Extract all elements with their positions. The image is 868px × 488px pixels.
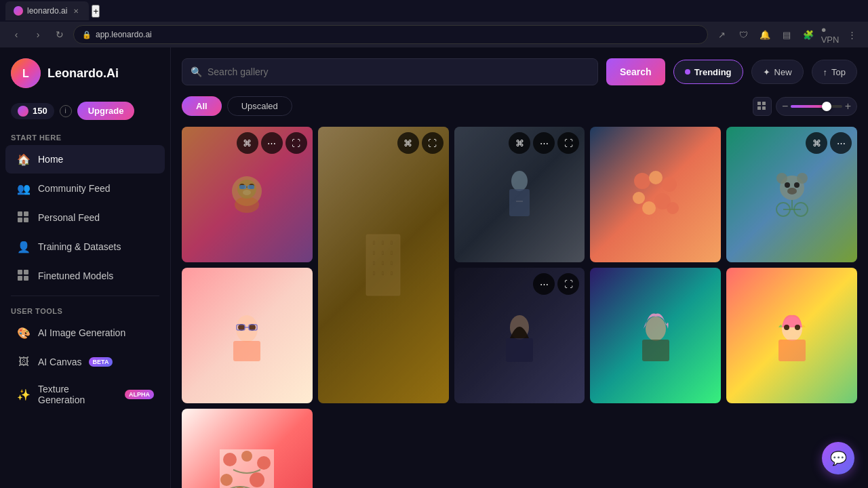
- gallery-action-more-5[interactable]: ⋯: [830, 132, 852, 154]
- grid-view-btn[interactable]: [753, 97, 772, 116]
- svg-rect-2: [18, 211, 22, 216]
- sidebar-item-finetuned[interactable]: Finetuned Models: [5, 262, 165, 290]
- gallery-action-cmd-10[interactable]: ⌘: [237, 414, 258, 436]
- user-tools-section: User Tools: [0, 302, 170, 318]
- sidebar-label-ai-canvas: AI Canvas: [38, 357, 82, 367]
- token-icon: [18, 106, 28, 117]
- refresh-btn[interactable]: ↻: [52, 26, 68, 43]
- alert-btn[interactable]: 🔔: [757, 26, 773, 43]
- home-icon: 🏠: [16, 152, 31, 167]
- gallery-action-expand-1[interactable]: ⛶: [285, 132, 307, 154]
- shield-btn[interactable]: 🛡: [735, 26, 751, 43]
- gallery-action-more-9[interactable]: ⋯: [806, 273, 827, 295]
- svg-text:L: L: [22, 68, 29, 79]
- sidebar-item-texture[interactable]: ✨ Texture Generation ALPHA: [5, 377, 165, 412]
- gallery-item-4[interactable]: ⌘ ⋯ ⛶: [590, 127, 721, 262]
- main-content: 🔍 Search Trending ✦ New ↑ Top All Upscal…: [171, 47, 868, 488]
- gallery-overlay-2: ⌘ ⛶: [318, 127, 449, 403]
- alpha-badge: ALPHA: [125, 390, 154, 399]
- gallery-action-more-10[interactable]: ⋯: [261, 414, 283, 436]
- svg-rect-3: [24, 211, 28, 216]
- gallery-item-3[interactable]: ⌘ ⋯ ⛶: [454, 127, 585, 262]
- token-display: 150: [11, 103, 54, 119]
- trending-button[interactable]: Trending: [673, 60, 743, 84]
- gallery-overlay-5: ⌘ ⋯: [726, 127, 857, 262]
- zoom-track: [791, 105, 842, 108]
- gallery-action-more-6[interactable]: ⋯: [261, 273, 283, 295]
- start-here-section: Start Here: [0, 128, 170, 144]
- gallery-action-expand-7[interactable]: ⛶: [557, 273, 579, 295]
- forward-btn[interactable]: ›: [30, 26, 46, 43]
- gallery-action-expand-2[interactable]: ⛶: [422, 132, 443, 154]
- svg-rect-6: [18, 270, 22, 274]
- gallery-action-cmd-9[interactable]: ⌘: [781, 273, 803, 295]
- gallery-action-cmd-4[interactable]: ⌘: [645, 132, 667, 154]
- gallery-item-8[interactable]: ⌘ ⋯ ⛶: [590, 268, 721, 403]
- gallery-action-cmd-8[interactable]: ⌘: [645, 273, 667, 295]
- tab-close-btn[interactable]: ✕: [71, 6, 81, 16]
- gallery-action-expand-4[interactable]: ⛶: [694, 132, 715, 154]
- new-tab-btn[interactable]: +: [92, 5, 100, 18]
- gallery-overlay-7: ⋯ ⛶: [454, 268, 585, 403]
- zoom-thumb[interactable]: [822, 102, 831, 111]
- gallery-item-2[interactable]: 𓀀 𓂀 𓃒 𓄿 𓅓 𓆑 𓇋 𓈖 𓉔 𓊃 𓋴 𓌙: [318, 127, 449, 403]
- gallery-action-expand-6[interactable]: ⛶: [285, 273, 307, 295]
- sidebar-label-ai-image: AI Image Generation: [38, 327, 125, 338]
- gallery-action-expand-3[interactable]: ⛶: [557, 132, 579, 154]
- sidebar-divider: [11, 296, 159, 296]
- new-button[interactable]: ✦ New: [751, 60, 804, 84]
- back-btn[interactable]: ‹: [8, 26, 24, 43]
- filter-all[interactable]: All: [182, 96, 222, 116]
- gallery-action-cmd-5[interactable]: ⌘: [806, 132, 827, 154]
- gallery-item-7[interactable]: ⋯ ⛶: [454, 268, 585, 403]
- gallery-action-cmd-3[interactable]: ⌘: [509, 132, 530, 154]
- svg-rect-4: [18, 218, 22, 222]
- vpn-btn[interactable]: ● VPN: [822, 26, 838, 43]
- gallery-item-6[interactable]: ⌘ ⋯ ⛶: [182, 268, 313, 403]
- svg-rect-12: [757, 106, 761, 110]
- zoom-plus-btn[interactable]: +: [845, 100, 851, 113]
- gallery-item-5[interactable]: ⌘ ⋯: [726, 127, 857, 262]
- gallery-action-expand-9[interactable]: ⛶: [830, 273, 852, 295]
- address-bar[interactable]: 🔒 app.leonardo.ai: [73, 25, 708, 44]
- zoom-minus-btn[interactable]: −: [782, 100, 788, 113]
- gallery-item-1[interactable]: ⌘ ⋯ ⛶: [182, 127, 313, 262]
- menu-btn[interactable]: ⋮: [844, 26, 860, 43]
- gallery-action-more-8[interactable]: ⋯: [669, 273, 691, 295]
- sidebar-header: L Leonardo.Ai: [0, 47, 170, 96]
- sidebar-item-home[interactable]: 🏠 Home: [5, 145, 165, 174]
- svg-rect-5: [24, 218, 28, 222]
- sidebar-item-training[interactable]: 👤 Training & Datasets: [5, 232, 165, 261]
- zoom-slider[interactable]: − +: [776, 97, 857, 116]
- search-input[interactable]: [208, 66, 589, 77]
- sidebar-label-training: Training & Datasets: [38, 241, 121, 252]
- upgrade-button[interactable]: Upgrade: [77, 102, 135, 120]
- search-button[interactable]: Search: [606, 58, 665, 85]
- gallery-item-10[interactable]: ⌘ ⋯ ⛶: [182, 409, 313, 488]
- sidebar-item-personal-feed[interactable]: Personal Feed: [5, 203, 165, 232]
- share-btn[interactable]: ↗: [713, 26, 730, 43]
- token-info-btn[interactable]: i: [60, 105, 72, 117]
- gallery-action-more-3[interactable]: ⋯: [533, 132, 555, 154]
- sidebar-label-personal: Personal Feed: [38, 212, 100, 223]
- chat-bubble[interactable]: 💬: [822, 442, 854, 474]
- top-button[interactable]: ↑ Top: [812, 60, 857, 84]
- extensions-btn[interactable]: 🧩: [800, 26, 816, 43]
- ai-image-icon: 🎨: [16, 325, 31, 340]
- gallery-action-cmd-6[interactable]: ⌘: [237, 273, 258, 295]
- sidebar-item-community-feed[interactable]: 👥 Community Feed: [5, 174, 165, 203]
- gallery-action-more-4[interactable]: ⋯: [669, 132, 691, 154]
- sidebar-toggle-btn[interactable]: ▤: [778, 26, 795, 43]
- gallery-item-9[interactable]: ⌘ ⋯ ⛶: [726, 268, 857, 403]
- svg-rect-13: [762, 106, 766, 110]
- gallery-action-more-7[interactable]: ⋯: [533, 273, 555, 295]
- gallery-action-cmd-2[interactable]: ⌘: [397, 132, 419, 154]
- gallery-action-cmd-1[interactable]: ⌘: [237, 132, 258, 154]
- sidebar-item-ai-image[interactable]: 🎨 AI Image Generation: [5, 319, 165, 347]
- sidebar-item-ai-canvas[interactable]: 🖼 AI Canvas BETA: [5, 348, 165, 376]
- filter-upscaled[interactable]: Upscaled: [227, 96, 292, 116]
- gallery-action-expand-8[interactable]: ⛶: [694, 273, 715, 295]
- active-tab[interactable]: leonardo.ai ✕: [5, 1, 89, 20]
- gallery-action-expand-10[interactable]: ⛶: [285, 414, 307, 436]
- gallery-action-more-1[interactable]: ⋯: [261, 132, 283, 154]
